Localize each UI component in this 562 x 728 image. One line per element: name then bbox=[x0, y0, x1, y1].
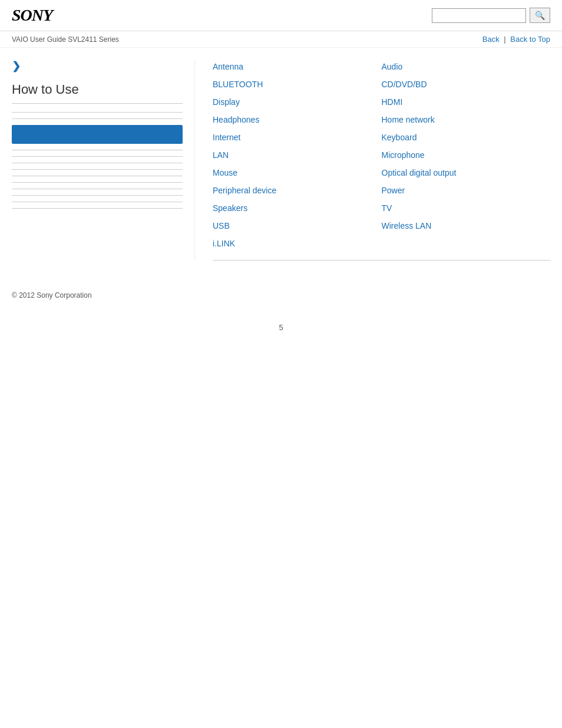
nav-separator: | bbox=[504, 35, 505, 44]
sidebar-divider-2 bbox=[12, 118, 183, 119]
sidebar-divider-11 bbox=[12, 202, 183, 202]
link-power[interactable]: Power bbox=[382, 183, 551, 197]
sidebar-arrow: ❯ bbox=[12, 60, 183, 73]
sidebar-divider-4 bbox=[12, 156, 183, 157]
sidebar-divider-1 bbox=[12, 112, 183, 113]
header-search-area: 🔍 bbox=[432, 8, 550, 23]
links-right-column: Audio CD/DVD/BD HDMI Home network Keyboa… bbox=[382, 60, 551, 251]
subheader: VAIO User Guide SVL2411 Series Back | Ba… bbox=[0, 31, 562, 48]
nav-links: Back | Back to Top bbox=[482, 35, 550, 44]
link-speakers[interactable]: Speakers bbox=[213, 201, 382, 215]
link-keyboard[interactable]: Keyboard bbox=[382, 130, 551, 144]
copyright-text: © 2012 Sony Corporation bbox=[12, 291, 92, 299]
sony-logo: SONY bbox=[12, 6, 52, 25]
main-container: ❯ How to Use Antenna BLUETOOTH Display H… bbox=[0, 48, 562, 272]
footer: © 2012 Sony Corporation bbox=[0, 272, 562, 311]
sidebar-divider-3 bbox=[12, 150, 183, 150]
sidebar-divider-6 bbox=[12, 169, 183, 170]
sidebar-divider-7 bbox=[12, 176, 183, 176]
content-area: Antenna BLUETOOTH Display Headphones Int… bbox=[194, 60, 550, 261]
link-lan[interactable]: LAN bbox=[213, 148, 382, 162]
sidebar-divider-8 bbox=[12, 182, 183, 183]
link-hdmi[interactable]: HDMI bbox=[382, 95, 551, 109]
search-button[interactable]: 🔍 bbox=[530, 8, 550, 23]
link-microphone[interactable]: Microphone bbox=[382, 148, 551, 162]
search-icon: 🔍 bbox=[535, 11, 545, 20]
link-wireless-lan[interactable]: Wireless LAN bbox=[382, 219, 551, 233]
link-usb[interactable]: USB bbox=[213, 219, 382, 233]
link-ilink[interactable]: i.LINK bbox=[213, 236, 382, 251]
link-antenna[interactable]: Antenna bbox=[213, 60, 382, 74]
sidebar-divider-9 bbox=[12, 189, 183, 189]
sidebar-active-item[interactable] bbox=[12, 125, 183, 144]
back-to-top-link[interactable]: Back to Top bbox=[510, 35, 550, 44]
link-bluetooth[interactable]: BLUETOOTH bbox=[213, 77, 382, 91]
links-left-column: Antenna BLUETOOTH Display Headphones Int… bbox=[213, 60, 382, 251]
sidebar-section-title: How to Use bbox=[12, 82, 183, 104]
link-home-network[interactable]: Home network bbox=[382, 113, 551, 127]
sidebar: ❯ How to Use bbox=[12, 60, 194, 261]
sidebar-divider-12 bbox=[12, 208, 183, 209]
back-link[interactable]: Back bbox=[482, 35, 500, 44]
link-display[interactable]: Display bbox=[213, 95, 382, 109]
link-audio[interactable]: Audio bbox=[382, 60, 551, 74]
link-cddvdbd[interactable]: CD/DVD/BD bbox=[382, 77, 551, 91]
sidebar-divider-5 bbox=[12, 163, 183, 163]
search-input[interactable] bbox=[432, 8, 526, 23]
links-grid: Antenna BLUETOOTH Display Headphones Int… bbox=[213, 60, 550, 261]
page-header: SONY 🔍 bbox=[0, 0, 562, 31]
link-mouse[interactable]: Mouse bbox=[213, 166, 382, 180]
link-peripheral-device[interactable]: Peripheral device bbox=[213, 183, 382, 197]
page-number: 5 bbox=[0, 311, 562, 344]
link-headphones[interactable]: Headphones bbox=[213, 113, 382, 127]
link-internet[interactable]: Internet bbox=[213, 130, 382, 144]
link-optical-digital-output[interactable]: Optical digital output bbox=[382, 166, 551, 180]
link-tv[interactable]: TV bbox=[382, 201, 551, 215]
sidebar-divider-10 bbox=[12, 195, 183, 196]
guide-title: VAIO User Guide SVL2411 Series bbox=[12, 35, 119, 44]
